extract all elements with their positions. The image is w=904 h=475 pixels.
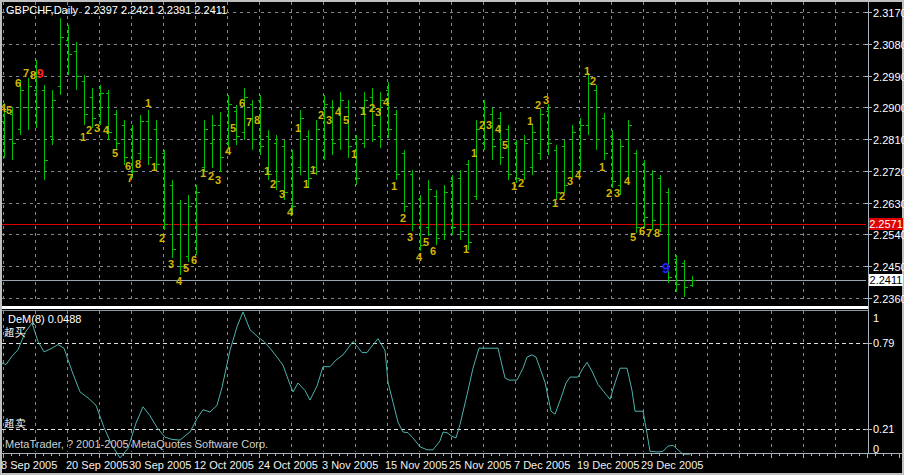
indicator-label: DeM(8) 0.0488 — [8, 313, 81, 325]
price-tick-label: 2.3170 — [873, 7, 904, 19]
oversold-label: 超卖 — [4, 417, 26, 429]
price-tick-label: 2.2450 — [873, 261, 904, 273]
indicator-name: DeM(8) — [8, 313, 45, 325]
price-tick-label: 2.2540 — [873, 229, 904, 241]
indicator-axis-label: 0.21 — [873, 423, 894, 435]
date-tick-label: 29 Dec 2005 — [641, 459, 703, 471]
price-tick-label: 2.2360 — [873, 293, 904, 305]
date-tick-label: 25 Nov 2005 — [449, 459, 511, 471]
indicator-axis-label: 0.79 — [873, 337, 894, 349]
panel-separator[interactable] — [0, 306, 868, 309]
price-tick-label: 2.3080 — [873, 39, 904, 51]
price-tick-label: 2.2990 — [873, 71, 904, 83]
price-tick-label: 2.2810 — [873, 134, 904, 146]
date-tick-label: 24 Oct 2005 — [258, 459, 318, 471]
date-tick-label: 3 Nov 2005 — [322, 459, 378, 471]
chart-window: 4567891234567811234561234567812341112345… — [0, 0, 904, 475]
last-price-badge: 2.2411 — [869, 274, 903, 286]
indicator-panel-area[interactable] — [0, 311, 868, 453]
indicator-axis-label: 1 — [873, 312, 879, 324]
date-tick-label: 8 Sep 2005 — [1, 459, 57, 471]
price-tick-label: 2.2720 — [873, 166, 904, 178]
date-tick-label: 19 Dec 2005 — [577, 459, 639, 471]
date-tick-label: 12 Oct 2005 — [194, 459, 254, 471]
indicator-value: 0.0488 — [48, 313, 82, 325]
indicator-axis-label: 0 — [873, 443, 879, 455]
chart-title: GBPCHF,Daily 2.2397 2.2421 2.2391 2.2411 — [6, 4, 227, 16]
date-tick-label: 7 Dec 2005 — [514, 459, 570, 471]
price-tick-label: 2.2630 — [873, 198, 904, 210]
price-tick-label: 2.2900 — [873, 102, 904, 114]
main-chart-area[interactable] — [0, 0, 868, 306]
copyright-text: MetaTrader, ? 2001-2005 MetaQuotes Softw… — [5, 438, 268, 450]
date-tick-label: 15 Nov 2005 — [385, 459, 447, 471]
overbought-label: 超买 — [4, 326, 26, 338]
date-tick-label: 20 Sep 2005 — [66, 459, 128, 471]
date-tick-label: 30 Sep 2005 — [129, 459, 191, 471]
